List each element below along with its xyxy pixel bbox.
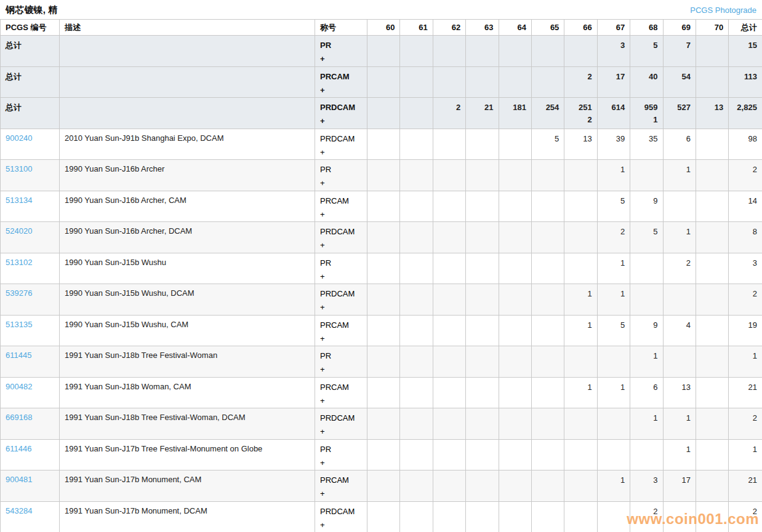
grade-count-cell: [564, 501, 597, 532]
grade-count-cell: [663, 284, 696, 316]
grade-count-cell: [466, 315, 499, 346]
designation-plus: +: [320, 85, 362, 95]
grade-count-cell: [564, 439, 597, 470]
count-value: 15: [734, 40, 757, 50]
grade-count-cell: [367, 36, 400, 67]
grade-count-cell: [499, 253, 531, 284]
grade-count-cell: [531, 315, 564, 346]
pcgs-number-link[interactable]: 513100: [6, 164, 32, 173]
pcgs-number-link[interactable]: 513135: [6, 320, 32, 329]
coin-description: 1991 Yuan Sun-J18b Woman, CAM: [60, 377, 315, 408]
count-value: 13: [668, 382, 691, 392]
count-value: 1: [635, 351, 657, 361]
coin-description: 1990 Yuan Sun-J16b Archer: [60, 160, 315, 191]
grade-count-cell: [466, 129, 499, 160]
column-header-pcgs-number: PCGS 编号: [1, 20, 60, 36]
coin-description: [60, 98, 315, 129]
grade-count-cell: 5: [597, 191, 630, 222]
pcgs-number-link[interactable]: 900481: [6, 475, 32, 484]
grade-count-cell: [466, 253, 499, 284]
pcgs-number-cell: 513100: [1, 160, 60, 191]
designation-cell: PRDCAM+: [315, 129, 367, 160]
designation-plus: +: [320, 333, 362, 344]
grade-count-cell: [433, 439, 465, 470]
grade-count-cell: 2: [597, 222, 630, 253]
grade-count-cell: [696, 315, 728, 346]
count-value: 527: [668, 102, 691, 113]
pcgs-number-link[interactable]: 543284: [6, 506, 32, 515]
grade-count-cell: [400, 470, 433, 502]
count-value: 39: [603, 133, 625, 144]
grade-count-cell: [696, 501, 728, 532]
count-value: 113: [734, 71, 757, 82]
grade-count-cell: [400, 129, 433, 160]
count-value: 1: [734, 351, 757, 361]
grade-count-cell: [466, 160, 499, 191]
count-value: 1: [603, 288, 625, 299]
grade-count-cell: 3: [630, 470, 663, 502]
designation-name: PRDCAM: [320, 413, 362, 423]
grade-count-cell: 2: [433, 98, 465, 129]
designation-plus: +: [320, 178, 362, 188]
grade-count-cell: [564, 346, 597, 378]
designation-name: PR: [320, 351, 362, 361]
total-count-cell: 21: [729, 470, 762, 502]
coin-description: [60, 36, 315, 67]
grade-count-cell: 40: [630, 66, 663, 98]
table-row: 5240201990 Yuan Sun-J16b Archer, DCAMPRD…: [1, 222, 762, 253]
grade-count-cell: 17: [597, 66, 630, 98]
pcgs-number-cell: 513102: [1, 253, 60, 284]
pcgs-number-link[interactable]: 900240: [6, 133, 32, 143]
grade-count-cell: [367, 315, 400, 346]
pcgs-number-link[interactable]: 513102: [6, 258, 32, 267]
table-row: 5131351990 Yuan Sun-J15b Wushu, CAMPRCAM…: [1, 315, 762, 346]
total-label: 总计: [6, 72, 22, 81]
total-count-cell: 21: [729, 377, 762, 408]
pcgs-number-link[interactable]: 513134: [6, 196, 32, 205]
pcgs-number-link[interactable]: 611445: [6, 351, 31, 360]
grade-count-cell: [466, 501, 499, 532]
grade-count-cell: [696, 284, 728, 316]
total-row: 总计PR+35715: [1, 36, 762, 67]
pcgs-number-link[interactable]: 669168: [6, 413, 32, 422]
grade-count-cell: [433, 36, 465, 67]
grade-count-cell: [433, 377, 465, 408]
grade-count-cell: 54: [663, 66, 696, 98]
grade-count-cell: 39: [597, 129, 630, 160]
count-value: 40: [635, 71, 657, 82]
pcgs-number-link[interactable]: 539276: [6, 288, 32, 298]
pcgs-number-link[interactable]: 524020: [6, 226, 32, 236]
grade-count-cell: [663, 501, 696, 532]
table-row: 6114451991 Yuan Sun-J18b Tree Festival-W…: [1, 346, 762, 378]
total-label: 总计: [6, 103, 22, 112]
grade-count-cell: [400, 377, 433, 408]
grade-count-cell: 13: [663, 377, 696, 408]
table-row: 6114461991 Yuan Sun-J17b Tree Festival-M…: [1, 439, 762, 470]
count-value: 19: [734, 320, 757, 330]
designation-cell: PRDCAM+: [315, 284, 367, 316]
count-value: 1: [668, 413, 691, 423]
count-value: 1: [734, 444, 757, 455]
count-value: 1: [635, 413, 657, 423]
grade-count-cell: [466, 408, 499, 440]
grade-count-cell: [466, 284, 499, 316]
grade-count-cell: [499, 284, 531, 316]
grade-count-cell: [696, 222, 728, 253]
column-header-grade-62: 62: [433, 20, 465, 36]
total-count-cell: 3: [729, 253, 762, 284]
table-row: 9002402010 Yuan Sun-J91b Shanghai Expo, …: [1, 129, 762, 160]
grade-count-cell: [696, 160, 728, 191]
grade-count-cell: 6: [663, 129, 696, 160]
pcgs-photograde-link[interactable]: PCGS Photograde: [690, 6, 756, 15]
pcgs-number-link[interactable]: 900482: [6, 382, 32, 391]
pcgs-number-cell: 611445: [1, 346, 60, 378]
grade-count-cell: [499, 501, 531, 532]
grade-count-cell: [400, 222, 433, 253]
pcgs-number-cell: 539276: [1, 284, 60, 316]
table-header-row: PCGS 编号描述称号6061626364656667686970总计: [1, 20, 762, 36]
grade-count-cell: [531, 501, 564, 532]
pcgs-number-link[interactable]: 611446: [6, 444, 31, 453]
grade-count-cell: [400, 191, 433, 222]
plus-count-value: 2: [569, 114, 592, 125]
designation-plus: +: [320, 426, 362, 437]
